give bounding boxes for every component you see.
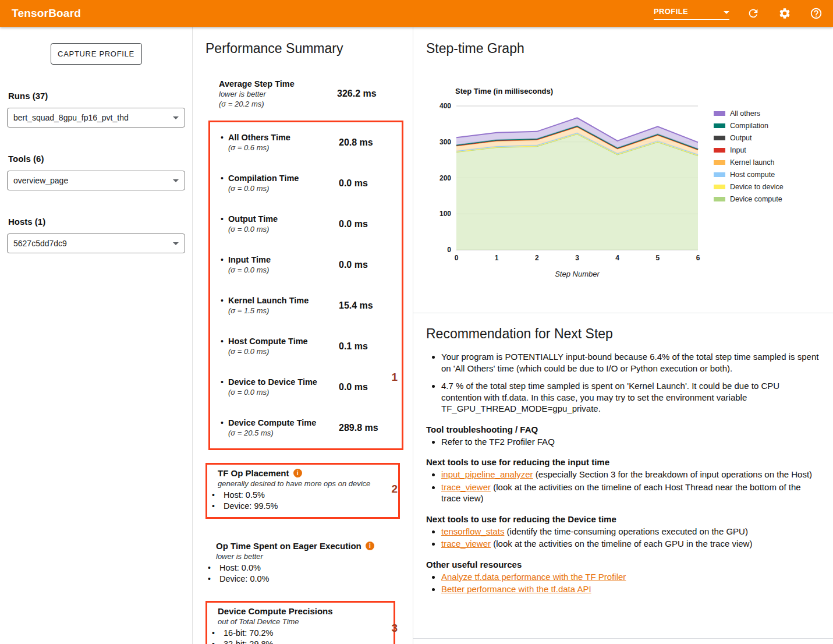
metric-sigma: (σ = 0.0 ms): [228, 224, 339, 234]
trace-viewer-link[interactable]: trace_viewer: [441, 482, 491, 492]
app-header: TensorBoard PROFILE: [0, 0, 833, 27]
recommendation-bullets: Your program is POTENTIALLY input-bound …: [441, 351, 819, 415]
metric-sigma: (σ = 0.0 ms): [228, 387, 339, 397]
list-item: trace_viewer (look at the activities on …: [441, 538, 819, 550]
runs-dropdown-value: bert_squad_8gpu_fp16_pvt_thd: [13, 113, 129, 122]
chart-legend: All othersCompilationOutputInputKernel l…: [714, 107, 784, 279]
metric-sigma: (σ = 20.5 ms): [228, 428, 339, 438]
refresh-icon[interactable]: [746, 6, 761, 21]
legend-label: Host compute: [730, 171, 775, 179]
gear-icon[interactable]: [777, 6, 792, 21]
capture-profile-button[interactable]: CAPTURE PROFILE: [51, 43, 142, 65]
runs-dropdown[interactable]: bert_squad_8gpu_fp16_pvt_thd: [7, 108, 185, 128]
bullet-icon: •: [212, 628, 219, 639]
tensorflow-stats-link[interactable]: tensorflow_stats: [441, 526, 504, 536]
input-pipeline-analyzer-link[interactable]: input_pipeline_analyzer: [441, 469, 533, 479]
annotation-box-2: TF Op Placement i generally desired to h…: [205, 463, 400, 519]
metric-sigma: (σ = 0.6 ms): [228, 143, 339, 153]
section-heading: Next tools to use for reducing the Devic…: [426, 514, 819, 524]
legend-item: Compilation: [714, 119, 784, 132]
bullet-icon: •: [221, 417, 228, 428]
list-item: tensorflow_stats (identify the time-cons…: [441, 526, 819, 537]
metric-value: 0.0 ms: [339, 260, 368, 270]
step-time-graph-card: Step-time Graph Step Time (in millisecon…: [413, 27, 833, 313]
metric-label: Output Time: [228, 214, 339, 224]
section-heading: Tool troubleshooting / FAQ: [426, 424, 819, 434]
metric-value: 0.0 ms: [339, 178, 368, 189]
device-compute-precisions-title: Device Compute Precisions: [218, 606, 333, 616]
legend-item: All others: [714, 107, 784, 119]
list-item: Refer to the TF2 Profiler FAQ: [441, 436, 819, 448]
main-layout: CAPTURE PROFILE Runs (37) bert_squad_8gp…: [0, 27, 833, 644]
help-icon[interactable]: [809, 6, 824, 21]
metric-sigma: (σ = 20.2 ms): [219, 99, 337, 109]
tfdata-performance-link[interactable]: Analyze tf.data performance with the TF …: [441, 572, 626, 582]
legend-item: Device to device: [714, 181, 784, 193]
svg-text:400: 400: [439, 102, 451, 110]
legend-item: Output: [714, 132, 784, 144]
metric-value: 0.0 ms: [339, 382, 368, 392]
item-text: Refer to the TF2 Profiler FAQ: [441, 437, 555, 447]
list-item: • Device: 99.5%: [212, 501, 392, 512]
list-item: Analyze tf.data performance with the TF …: [441, 571, 819, 583]
section-heading: Other useful resources: [426, 560, 819, 569]
item-text: (look at the activities on the timeline …: [441, 482, 801, 504]
svg-text:2: 2: [535, 254, 539, 262]
precision-16bit: 16-bit: 70.2%: [224, 628, 273, 639]
dashboard-selector-label: PROFILE: [654, 7, 688, 16]
metric-label: Kernel Launch Time: [228, 295, 339, 306]
device-compute-precisions-note: out of Total Device Time: [218, 617, 388, 627]
svg-text:100: 100: [439, 210, 451, 218]
tfdata-api-link[interactable]: Better performance with the tf.data API: [441, 584, 591, 594]
metric-sigma: (σ = 0.0 ms): [228, 265, 339, 275]
metric-row: • Device to Device Time (σ = 0.0 ms) 0.0…: [221, 367, 402, 408]
tf-op-placement-annotation-wrap: TF Op Placement i generally desired to h…: [205, 463, 413, 519]
metric-note: lower is better: [219, 89, 337, 99]
bullet-icon: •: [221, 214, 228, 224]
info-icon[interactable]: i: [366, 542, 374, 550]
annotation-box-1: • All Others Time (σ = 0.6 ms) 20.8 ms •…: [208, 121, 403, 450]
svg-text:300: 300: [439, 138, 451, 146]
legend-item: Device compute: [714, 193, 784, 205]
metric-row: • Kernel Launch Time (σ = 1.5 ms) 15.4 m…: [221, 285, 402, 326]
reco-section-device-time: Next tools to use for reducing the Devic…: [426, 514, 819, 550]
legend-label: Device compute: [730, 195, 782, 203]
tf-op-placement-title: TF Op Placement: [218, 468, 289, 478]
trace-viewer-link[interactable]: trace_viewer: [441, 539, 491, 549]
step-time-chart: 01002003004000123456Step Number: [426, 98, 706, 279]
right-panel: Step-time Graph Step Time (in millisecon…: [413, 27, 833, 644]
bullet-icon: •: [221, 377, 228, 387]
eager-execution-note: lower is better: [216, 551, 400, 561]
dashboard-selector[interactable]: PROFILE: [654, 7, 729, 20]
metric-value: 0.0 ms: [339, 219, 368, 229]
bullet-icon: •: [221, 132, 228, 143]
list-item: • Device: 0.0%: [208, 574, 400, 585]
metric-label: Input Time: [228, 254, 339, 265]
tf-op-placement-note: generally desired to have more ops on de…: [218, 479, 392, 489]
runs-label: Runs (37): [8, 91, 185, 101]
section-heading: Next tools to use for reducing the input…: [426, 457, 819, 467]
tools-dropdown[interactable]: overview_page: [7, 171, 185, 190]
legend-swatch: [714, 160, 725, 165]
sidebar: CAPTURE PROFILE Runs (37) bert_squad_8gp…: [0, 27, 192, 644]
reco-section-input-time: Next tools to use for reducing the input…: [426, 457, 819, 504]
tools-label: Tools (6): [8, 154, 185, 164]
bullet-icon: •: [221, 336, 228, 346]
legend-swatch: [714, 148, 725, 153]
chart-title: Step Time (in milliseconds): [455, 87, 833, 95]
chevron-down-icon: [173, 179, 179, 182]
svg-text:200: 200: [439, 174, 451, 182]
svg-text:Step Number: Step Number: [555, 270, 600, 278]
host-percent: Host: 0.5%: [224, 490, 265, 501]
legend-swatch: [714, 172, 725, 177]
info-icon[interactable]: i: [293, 469, 302, 477]
device-percent: Device: 0.0%: [219, 574, 269, 585]
breakdown-annotation-wrap: • All Others Time (σ = 0.6 ms) 20.8 ms •…: [205, 121, 413, 450]
hosts-dropdown[interactable]: 5627c5dd7dc9: [7, 233, 185, 253]
svg-text:6: 6: [696, 254, 700, 262]
device-percent: Device: 99.5%: [224, 501, 278, 512]
list-item: trace_viewer (look at the activities on …: [441, 482, 819, 504]
eager-execution-title: Op Time Spent on Eager Execution: [216, 541, 361, 551]
legend-swatch: [714, 111, 725, 116]
tools-dropdown-value: overview_page: [13, 176, 68, 185]
